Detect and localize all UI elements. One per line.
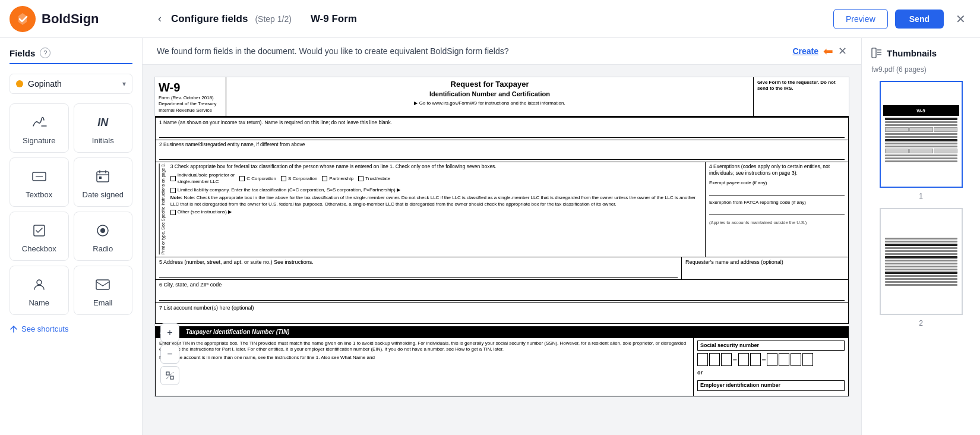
field-signature[interactable]: Signature — [10, 103, 69, 153]
send-button[interactable]: Send — [895, 10, 944, 29]
ssn-box-3 — [721, 353, 732, 366]
name-icon — [32, 276, 46, 294]
mini-cell — [934, 149, 957, 153]
field-radio[interactable]: Radio — [74, 212, 133, 261]
svg-point-9 — [100, 228, 105, 233]
mini-line — [885, 284, 957, 286]
shortcuts-link[interactable]: See shortcuts — [10, 324, 132, 333]
w9-fields-5: 5 Address (number, street, and apt. or s… — [155, 257, 849, 280]
mini-cell — [885, 149, 909, 153]
thumb-img-1: W-9 — [880, 81, 963, 188]
field-date-signed[interactable]: Date signed — [74, 157, 133, 207]
zoom-controls: + − — [160, 323, 179, 385]
checkbox-icon — [32, 222, 46, 239]
shortcuts-label: See shortcuts — [21, 324, 69, 333]
mini-cell — [885, 127, 909, 132]
fit-screen-button[interactable] — [160, 366, 179, 385]
mini-header-1: W-9 — [883, 105, 959, 116]
thumb-img-2 — [880, 208, 963, 315]
field3-label: 3 Check appropriate box for federal tax … — [170, 163, 701, 170]
cb-box-partnership — [322, 176, 327, 181]
zoom-in-button[interactable]: + — [160, 323, 179, 342]
field-checkbox[interactable]: Checkbox — [10, 212, 69, 261]
date-signed-label: Date signed — [83, 190, 124, 199]
w9-header: W-9 Form (Rev. October 2018) Department … — [155, 77, 849, 117]
mini-line — [885, 238, 957, 239]
field4-label: 4 Exemptions (codes apply only to certai… — [709, 163, 845, 176]
thumbnails-header: Thumbnails — [871, 48, 970, 58]
radio-icon — [96, 222, 110, 239]
fields-sidebar: Fields ? Gopinath ▾ Signature — [0, 38, 143, 435]
field1-label: 1 Name (as shown on your income tax retu… — [159, 119, 845, 126]
field-textbox[interactable]: Textbox — [10, 157, 69, 207]
field-initials[interactable]: IN Initials — [74, 103, 133, 153]
w9-form-label: W-9 Form (Rev. October 2018) Department … — [155, 77, 226, 116]
mini-line — [885, 278, 957, 280]
ssn-box-7 — [779, 353, 789, 366]
w9-fields-3-4: Print or type. See Specific Instructions… — [155, 162, 849, 257]
note-text: Note: Note: Check the appropriate box in… — [170, 195, 701, 207]
close-icon: ✕ — [838, 45, 847, 57]
thumbnails-title: Thumbnails — [887, 48, 937, 58]
fit-screen-icon — [165, 371, 175, 380]
part1-title: Taxpayer Identification Number (TIN) — [186, 329, 290, 335]
mini-line — [885, 275, 957, 277]
thumbnail-page-1[interactable]: W-9 — [871, 81, 970, 201]
close-button[interactable]: ✕ — [951, 10, 970, 29]
cb-llc: Limited liability company. Enter the tax… — [170, 187, 701, 193]
cb-partnership: Partnership — [322, 176, 353, 182]
mini-line — [885, 155, 957, 156]
w9-field-2: 2 Business name/disregarded entity name,… — [155, 140, 849, 162]
preview-button[interactable]: Preview — [833, 9, 888, 29]
svg-rect-11 — [96, 280, 109, 289]
notification-bar: We found form fields in the document. Wo… — [143, 38, 861, 65]
arrow-icon: ⬅ — [823, 44, 833, 58]
checkbox-options: Individual/sole proprietor orsingle-memb… — [170, 172, 701, 185]
mini-line — [885, 121, 957, 123]
tin-section: Enter your TIN in the appropriate box. T… — [155, 338, 849, 396]
mini-line — [885, 157, 957, 159]
ssn-box-9 — [802, 353, 813, 366]
thumbnail-page-2[interactable]: 2 — [871, 208, 970, 328]
zoom-out-button[interactable]: − — [160, 345, 179, 364]
cb-box-s-corp — [281, 176, 286, 181]
notification-text: We found form fields in the document. Wo… — [157, 46, 788, 56]
field-name[interactable]: Name — [10, 266, 69, 315]
mini-cell — [909, 149, 933, 153]
tin-fields: Social security number – – — [694, 338, 848, 396]
form-number: W-9 — [159, 80, 222, 95]
w9-field-7: 7 List account number(s) here (optional) — [155, 303, 849, 324]
tin-note: Note: If the account is in more than one… — [159, 355, 690, 361]
help-icon[interactable]: ? — [40, 48, 50, 58]
thumb-content-1: W-9 — [881, 103, 962, 166]
mini-grid — [885, 127, 957, 132]
close-icon: ✕ — [956, 12, 966, 26]
notification-close-button[interactable]: ✕ — [838, 45, 847, 58]
assignee-select[interactable]: Gopinath ▾ — [10, 74, 132, 94]
mini-line — [885, 256, 957, 259]
w9-field-1: 1 Name (as shown on your income tax retu… — [155, 117, 849, 140]
step-label: (Step 1/2) — [255, 14, 291, 24]
ssn-box-8 — [791, 353, 801, 366]
w9-title-area: Request for Taxpayer Identification Numb… — [226, 77, 754, 116]
header: BoldSign ‹ Configure fields (Step 1/2) W… — [0, 0, 980, 38]
create-link[interactable]: Create — [792, 46, 818, 56]
textbox-label: Textbox — [26, 190, 52, 199]
or-label: or — [697, 370, 845, 377]
zoom-out-icon: − — [167, 349, 172, 360]
ssn-boxes: – – — [697, 353, 845, 366]
svg-rect-12 — [166, 372, 169, 375]
mini-line — [885, 253, 957, 255]
w9-field-3: Print or type. See Specific Instructions… — [156, 162, 706, 256]
fields-header: Fields ? — [10, 48, 132, 64]
w9-title-1: Request for Taxpayer — [229, 80, 751, 90]
chevron-down-icon: ▾ — [122, 80, 126, 88]
field-email[interactable]: Email — [74, 266, 133, 315]
print-type-label: Print or type. See Specific Instructions… — [159, 163, 166, 254]
back-button[interactable]: ‹ — [156, 10, 164, 27]
page-number-2: 2 — [919, 319, 923, 327]
doc-title: W-9 Form — [311, 13, 357, 25]
svg-line-14 — [166, 372, 173, 379]
initials-label: Initials — [92, 136, 114, 145]
cb-box-trust — [358, 176, 363, 181]
